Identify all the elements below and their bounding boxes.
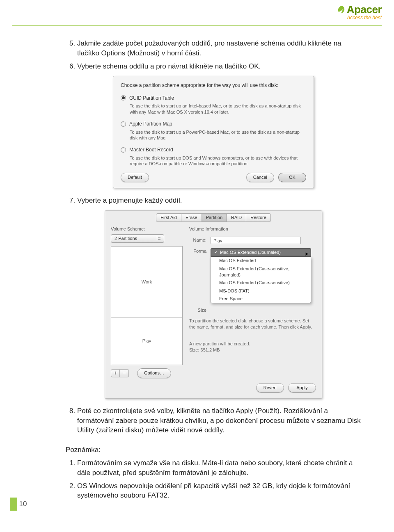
format-selected[interactable]: Mac OS Extended (Journaled): [211, 248, 311, 257]
partition-play[interactable]: Play: [111, 317, 182, 365]
default-button[interactable]: Default: [121, 173, 149, 182]
step-7: Vyberte a pojmenujte každý oddíl.: [77, 196, 361, 205]
radio-apm[interactable]: [121, 121, 126, 127]
page-number: 10: [19, 500, 27, 508]
help-line2: the name, format, and size for each volu…: [189, 324, 312, 329]
name-field[interactable]: Play: [211, 237, 301, 244]
info-line2: Size: 651.2 MB: [189, 347, 220, 352]
volume-info-label: Volume Information: [189, 226, 316, 232]
step-8: Poté co zkontrolujete své volby, kliknět…: [77, 406, 361, 435]
disk-utility-panel: First Aid Erase Partition RAID Restore V…: [105, 210, 322, 399]
dlg1-intro: Choose a partition scheme appropriate fo…: [121, 82, 306, 89]
brand-name: Apacer: [347, 3, 382, 16]
tab-restore[interactable]: Restore: [246, 213, 271, 222]
format-label: Forma: [189, 248, 206, 254]
tab-firstaid[interactable]: First Aid: [156, 213, 181, 222]
radio-mbr[interactable]: [121, 147, 126, 153]
step-5: Jakmile zadáte počet požadovaných oddílů…: [77, 39, 361, 58]
partition-scheme-dialog: Choose a partition scheme appropriate fo…: [113, 76, 314, 188]
page-content: Jakmile zadáte počet požadovaných oddílů…: [0, 26, 394, 500]
note-1: Formátováním se vymaže vše na disku. Mát…: [77, 458, 361, 478]
format-opt-msdos[interactable]: MS-DOS (FAT): [211, 287, 311, 295]
options-button[interactable]: Options…: [137, 368, 171, 378]
remove-partition-button[interactable]: −: [120, 369, 129, 377]
tab-partition[interactable]: Partition: [202, 213, 227, 222]
cancel-button[interactable]: Cancel: [246, 173, 274, 182]
radio-guid[interactable]: [121, 95, 126, 100]
format-opt-extended[interactable]: Mac OS Extended: [211, 257, 311, 265]
help-line1: To partition the selected disk, choose a…: [189, 318, 309, 323]
cursor-icon: ➤: [305, 251, 309, 258]
brand-block: Apacer Access the best: [336, 3, 382, 21]
apply-button[interactable]: Apply: [288, 383, 316, 393]
ok-button[interactable]: OK: [278, 173, 306, 182]
size-label: Size: [189, 307, 206, 313]
volume-scheme-label: Volume Scheme:: [111, 226, 183, 232]
partition-layout[interactable]: Work Play: [111, 246, 183, 365]
note-2: OS Windows nepovoluje oddělení při kapac…: [77, 481, 361, 501]
note-heading: Poznámka:: [66, 445, 361, 455]
info-line1: A new partition will be created.: [189, 341, 250, 346]
page-number-tab: 10: [10, 498, 29, 511]
step-6: Vyberte schema oddílu a pro návrat klikn…: [77, 62, 361, 71]
volume-scheme-popup[interactable]: 2 Partitions: [111, 234, 164, 243]
revert-button[interactable]: Revert: [256, 383, 284, 393]
opt-apm-title: Apple Partition Map: [129, 121, 172, 128]
page-header: Apacer Access the best: [12, 0, 382, 26]
format-opt-cs-journaled[interactable]: Mac OS Extended (Case-sensitive, Journal…: [211, 265, 311, 279]
format-opt-free[interactable]: Free Space: [211, 295, 311, 303]
opt-apm-desc: To use the disk to start up a PowerPC-ba…: [130, 129, 306, 141]
format-opt-cs[interactable]: Mac OS Extended (Case-sensitive): [211, 279, 311, 287]
add-partition-button[interactable]: +: [111, 369, 120, 377]
brand-tagline: Access the best: [336, 15, 382, 21]
tab-raid[interactable]: RAID: [227, 213, 246, 222]
opt-guid-title: GUID Partition Table: [129, 95, 174, 102]
format-menu[interactable]: Mac OS Extended (Journaled) ➤ Mac OS Ext…: [211, 248, 311, 304]
brand-leaf-icon: [336, 5, 345, 14]
opt-mbr-title: Master Boot Record: [129, 146, 173, 153]
disk-utility-tabs: First Aid Erase Partition RAID Restore: [105, 211, 322, 226]
format-options: Mac OS Extended Mac OS Extended (Case-se…: [211, 257, 311, 303]
name-label: Name:: [189, 237, 206, 243]
opt-guid-desc: To use the disk to start up an Intel-bas…: [130, 103, 306, 115]
partition-work[interactable]: Work: [111, 247, 182, 317]
tab-erase[interactable]: Erase: [181, 213, 202, 222]
opt-mbr-desc: To use the disk to start up DOS and Wind…: [130, 155, 306, 167]
